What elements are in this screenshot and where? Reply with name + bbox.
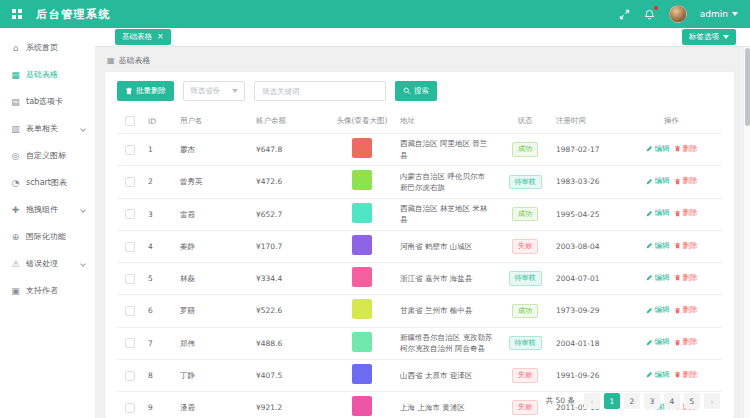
header-checkbox-cell [117,109,143,134]
province-select[interactable]: 筛选省份 [183,81,245,101]
table-header-row: ID用户名账户余额头像(查看大图)地址状态注册时间操作 [117,109,722,134]
delete-button[interactable]: 删除 [672,144,700,154]
row-checkbox[interactable] [125,371,135,381]
status-badge: 失败 [512,368,538,382]
delete-button[interactable]: 删除 [672,208,700,218]
sidebar-item-custom[interactable]: ◎自定义图标 [0,142,95,169]
delete-label: 删除 [683,241,698,251]
row-checkbox[interactable] [125,177,135,187]
pagination-page-2[interactable]: 2 [624,393,640,409]
row-checkbox[interactable] [125,145,135,155]
donate-icon: ▣ [10,286,21,296]
pagination-pages: 12345 [604,393,700,409]
pagination-page-4[interactable]: 4 [664,393,680,409]
app-header: 后台管理系统 admin [0,0,750,28]
pagination-next-button[interactable]: › [704,393,720,409]
row-checkbox[interactable] [125,338,135,348]
search-button[interactable]: 搜索 [395,81,437,101]
user-avatar-thumbnail[interactable] [352,364,372,384]
sidebar-item-form[interactable]: ▥表单相关 [0,115,95,142]
scrollbar-thumb[interactable] [745,48,750,126]
edit-button[interactable]: 编辑 [644,305,672,315]
delete-button[interactable]: 删除 [672,370,700,380]
scrollbar[interactable] [743,47,750,418]
batch-delete-button[interactable]: 批量删除 [117,81,174,101]
sidebar-item-home[interactable]: ⌂系统首页 [0,34,95,61]
user-avatar-thumbnail[interactable] [352,299,372,319]
delete-button[interactable]: 删除 [672,241,700,251]
sidebar-item-tabs[interactable]: ▤tab选项卡 [0,88,95,115]
sidebar-item-table[interactable]: ▦基础表格 [0,61,95,88]
cell-avatar [329,230,395,262]
column-header: 账户余额 [251,109,329,134]
edit-label: 编辑 [655,176,670,186]
batch-delete-label: 批量删除 [136,86,166,96]
cell-balance: ¥488.6 [251,327,329,359]
pagination-prev-button[interactable]: ‹ [584,393,600,409]
sidebar-item-donate[interactable]: ▣支持作者 [0,277,95,304]
keyword-input[interactable] [254,81,386,101]
collapse-menu-icon[interactable] [12,9,22,19]
table-row: 7郑伟¥488.6新疆维吾尔自治区 克孜勒苏柯尔克孜自治州 阿合奇县待审核200… [117,327,722,359]
column-header: 头像(查看大图) [329,109,395,134]
sidebar-item-label: 拖拽组件 [26,204,58,215]
cell-balance: ¥170.7 [251,230,329,262]
user-avatar[interactable] [669,5,687,23]
delete-label: 删除 [683,144,698,154]
row-checkbox[interactable] [125,209,135,219]
tag-options-button[interactable]: 标签选项 [682,29,736,45]
pagination-page-5[interactable]: 5 [684,393,700,409]
edit-button[interactable]: 编辑 [644,241,672,251]
select-all-checkbox[interactable] [125,116,135,126]
row-checkbox-cell [117,166,143,198]
edit-label: 编辑 [655,144,670,154]
edit-button[interactable]: 编辑 [644,337,672,347]
edit-button[interactable]: 编辑 [644,176,672,186]
delete-button[interactable]: 删除 [672,337,700,347]
delete-button[interactable]: 删除 [672,305,700,315]
table-panel: 批量删除 筛选省份 搜索 [105,72,734,418]
row-checkbox[interactable] [125,274,135,284]
pagination-page-3[interactable]: 3 [644,393,660,409]
tab-label: 基础表格 [122,32,152,42]
close-icon[interactable]: × [157,33,164,41]
delete-button[interactable]: 删除 [672,176,700,186]
user-avatar-thumbnail[interactable] [352,235,372,255]
delete-button[interactable]: 删除 [672,273,700,283]
edit-button[interactable]: 编辑 [644,208,672,218]
sidebar-item-i18n[interactable]: ⊕国际化功能 [0,223,95,250]
cell-register-date: 2004-01-18 [551,327,621,359]
sidebar-item-error[interactable]: ⚠错误处理 [0,250,95,277]
sidebar-item-drag[interactable]: ✚拖拽组件 [0,196,95,223]
sidebar-item-chart[interactable]: ◔schart图表 [0,169,95,196]
pagination-page-1[interactable]: 1 [604,393,620,409]
row-checkbox-cell [117,134,143,166]
cell-register-date: 2004-07-01 [551,263,621,295]
tab-basic-table[interactable]: 基础表格 × [115,29,171,45]
trash-icon [125,87,133,95]
trash-icon [674,307,681,314]
bell-icon[interactable] [644,8,656,20]
edit-button[interactable]: 编辑 [644,144,672,154]
edit-button[interactable]: 编辑 [644,273,672,283]
cell-id: 7 [143,327,175,359]
user-avatar-thumbnail[interactable] [352,138,372,158]
user-avatar-thumbnail[interactable] [352,267,372,287]
user-menu[interactable]: admin [700,9,738,19]
sidebar: ⌂系统首页▦基础表格▤tab选项卡▥表单相关◎自定义图标◔schart图表✚拖拽… [0,28,95,418]
row-checkbox[interactable] [125,242,135,252]
sidebar-item-label: 自定义图标 [26,150,66,161]
user-avatar-thumbnail[interactable] [352,203,372,223]
row-checkbox[interactable] [125,306,135,316]
edit-button[interactable]: 编辑 [644,370,672,380]
table-row: 2曾秀英¥472.6内蒙古自治区 呼伦贝尔市 新巴尔虎右旗待审核1983-03-… [117,166,722,198]
fullscreen-icon[interactable] [619,8,631,20]
cell-username: 罗丽 [175,295,251,327]
edit-icon [646,371,653,378]
user-avatar-thumbnail[interactable] [352,332,372,352]
sidebar-item-label: schart图表 [26,177,67,188]
chevron-down-icon [723,35,729,39]
tag-options-label: 标签选项 [689,32,719,42]
cell-avatar [329,134,395,166]
user-avatar-thumbnail[interactable] [352,170,372,190]
